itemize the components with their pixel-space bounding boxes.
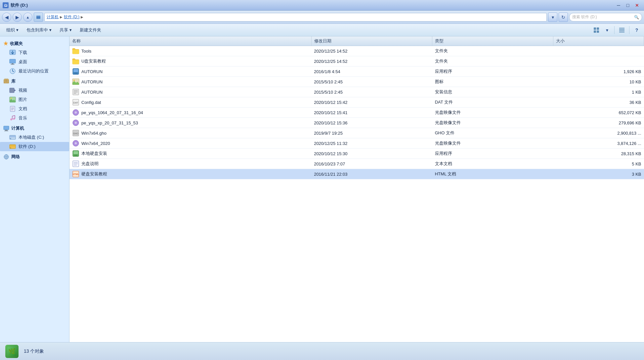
sidebar-item-images[interactable]: 图片 xyxy=(0,95,69,104)
svg-point-29 xyxy=(10,118,12,120)
svg-rect-35 xyxy=(5,130,8,131)
file-modified: 2015/5/10 2:45 xyxy=(311,87,432,97)
file-modified: 2020/10/12 15:30 xyxy=(311,149,432,159)
table-row[interactable]: AUTORUN 2015/5/10 2:45 安装信息 1 KB xyxy=(69,87,644,97)
table-row[interactable]: AUTORUN 2016/1/8 4:54 应用程序 1,926 KB xyxy=(69,67,644,77)
col-header-type[interactable]: 类型 xyxy=(432,36,553,46)
table-row[interactable]: HTML 硬盘安装教程 2016/11/21 22:03 HTML 文档 3 K… xyxy=(69,169,644,179)
sidebar-header-favorites[interactable]: ★ 收藏夹 xyxy=(0,39,69,48)
minimize-button[interactable]: ─ xyxy=(614,2,623,9)
desktop-icon xyxy=(9,59,16,65)
new-folder-button[interactable]: 新建文件夹 xyxy=(76,25,105,35)
recent-icon xyxy=(9,68,16,74)
svg-rect-8 xyxy=(619,30,624,31)
file-name-cell: 光盘说明 xyxy=(69,159,311,169)
video-label: 视频 xyxy=(19,87,27,93)
table-row[interactable]: AUTORUN 2015/5/10 2:45 图标 10 KB xyxy=(69,77,644,87)
file-name: pe_yqs_xp_20_07_31_15_53 xyxy=(81,120,138,125)
view-options-button[interactable] xyxy=(592,26,601,34)
file-type: 光盘映像文件 xyxy=(432,138,553,149)
table-row[interactable]: Tools 2020/12/25 14:52 文件夹 xyxy=(69,46,644,56)
close-button[interactable]: ✕ xyxy=(633,2,641,9)
svg-text:GHO: GHO xyxy=(73,132,79,135)
file-name: Win7x64_2020 xyxy=(81,141,110,146)
recent-locations-button[interactable] xyxy=(34,13,43,22)
file-modified: 2016/11/21 22:03 xyxy=(311,169,432,179)
file-table: 名称 修改日期 类型 大小 Tools 2020/12/25 14:52 文件夹… xyxy=(69,36,644,179)
sidebar-header-computer[interactable]: 计算机 xyxy=(0,124,69,133)
computer-icon xyxy=(3,125,9,131)
window-icon: 🗂 xyxy=(3,2,9,8)
status-text: 13 个对象 xyxy=(24,348,44,354)
table-row[interactable]: Win7x64_2020 2020/12/25 11:32 光盘映像文件 3,8… xyxy=(69,138,644,149)
col-header-modified[interactable]: 修改日期 xyxy=(311,36,432,46)
file-type: 光盘映像文件 xyxy=(432,118,553,128)
downloads-label: 下载 xyxy=(19,50,27,56)
organize-button[interactable]: 组织 ▾ xyxy=(3,25,22,35)
sidebar-item-music[interactable]: 音乐 xyxy=(0,113,69,123)
table-row[interactable]: 光盘说明 2016/10/23 7:07 文本文档 5 KB xyxy=(69,159,644,169)
include-arrow: ▾ xyxy=(49,27,52,32)
file-size: 1 KB xyxy=(553,87,644,97)
svg-rect-49 xyxy=(74,73,77,73)
table-row[interactable]: U盘安装教程 2020/12/25 14:52 文件夹 xyxy=(69,56,644,67)
breadcrumb-computer[interactable]: 计算机 xyxy=(47,14,59,20)
share-button[interactable]: 共享 ▾ xyxy=(56,25,75,35)
sidebar-item-docs[interactable]: 文档 xyxy=(0,104,69,113)
sidebar-item-drive-d[interactable]: 软件 (D:) xyxy=(0,142,69,151)
file-modified: 2020/10/12 15:36 xyxy=(311,118,432,128)
breadcrumb-drive[interactable]: 软件 (D:) xyxy=(64,14,79,20)
sidebar-header-network[interactable]: 网络 xyxy=(0,153,69,161)
sidebar-item-video[interactable]: 视频 xyxy=(0,86,69,95)
table-row[interactable]: pe_yqs_1064_20_07_31_16_04 2020/10/12 15… xyxy=(69,108,644,118)
file-modified: 2016/1/8 4:54 xyxy=(311,67,432,77)
dropdown-button[interactable]: ▾ xyxy=(548,13,557,22)
file-size: 1,926 KB xyxy=(553,67,644,77)
table-row[interactable]: DAT Config.dat 2020/10/12 15:42 DAT 文件 3… xyxy=(69,97,644,108)
sidebar-item-recent[interactable]: 最近访问的位置 xyxy=(0,67,69,76)
svg-rect-5 xyxy=(597,30,599,33)
forward-button[interactable]: ▶ xyxy=(13,13,22,22)
sidebar-item-desktop[interactable]: 桌面 xyxy=(0,57,69,67)
back-button[interactable]: ◀ xyxy=(2,13,11,22)
sidebar-item-drive-c[interactable]: 本地磁盘 (C:) xyxy=(0,133,69,142)
file-modified: 2020/12/25 14:52 xyxy=(311,56,432,67)
sidebar-section-library: 库 视频 图片 文档 xyxy=(0,77,69,123)
col-header-size[interactable]: 大小 xyxy=(553,36,644,46)
file-modified: 2020/10/12 15:42 xyxy=(311,97,432,108)
sidebar-item-downloads[interactable]: 下载 xyxy=(0,48,69,57)
file-size: 3,874,126 ... xyxy=(553,138,644,149)
table-row[interactable]: GHO Win7x64.gho 2019/9/7 19:25 GHO 文件 2,… xyxy=(69,128,644,138)
include-label: 包含到库中 xyxy=(26,27,48,33)
main-layout: ★ 收藏夹 下载 桌面 最近访问的位置 xyxy=(0,36,644,342)
status-bar: 🌿 13 个对象 xyxy=(0,342,644,360)
include-library-button[interactable]: 包含到库中 ▾ xyxy=(23,25,55,35)
file-size: 36 KB xyxy=(553,97,644,108)
col-header-name[interactable]: 名称 xyxy=(69,36,311,46)
help-button[interactable]: ? xyxy=(632,26,641,34)
maximize-button[interactable]: □ xyxy=(623,2,632,9)
file-modified: 2016/10/23 7:07 xyxy=(311,159,432,169)
sidebar: ★ 收藏夹 下载 桌面 最近访问的位置 xyxy=(0,36,69,342)
up-button[interactable]: ▲ xyxy=(23,13,32,22)
sidebar-header-library[interactable]: 库 xyxy=(0,77,69,86)
file-type: 文件夹 xyxy=(432,56,553,67)
file-name-cell: GHO Win7x64.gho xyxy=(69,128,311,138)
view-dropdown-button[interactable]: ▾ xyxy=(602,26,612,34)
table-row[interactable]: 本地硬盘安装 2020/10/12 15:30 应用程序 28,315 KB xyxy=(69,149,644,159)
refresh-button[interactable]: ↻ xyxy=(559,13,568,22)
svg-rect-13 xyxy=(12,63,14,64)
table-row[interactable]: pe_yqs_xp_20_07_31_15_53 2020/10/12 15:3… xyxy=(69,118,644,128)
details-view-button[interactable] xyxy=(617,26,626,34)
svg-marker-22 xyxy=(14,89,16,91)
search-placeholder: 搜索 软件 (D:) xyxy=(572,14,597,20)
search-icon[interactable]: 🔍 xyxy=(634,15,639,20)
svg-point-60 xyxy=(75,112,76,113)
network-icon xyxy=(3,154,9,160)
svg-rect-20 xyxy=(5,79,8,82)
file-icon xyxy=(72,68,79,75)
file-icon xyxy=(72,58,79,65)
breadcrumb[interactable]: 计算机 ▶ 软件 (D:) ▶ xyxy=(44,13,547,22)
toolbar-separator-2 xyxy=(629,26,629,34)
search-bar[interactable]: 搜索 软件 (D:) 🔍 xyxy=(569,13,642,22)
